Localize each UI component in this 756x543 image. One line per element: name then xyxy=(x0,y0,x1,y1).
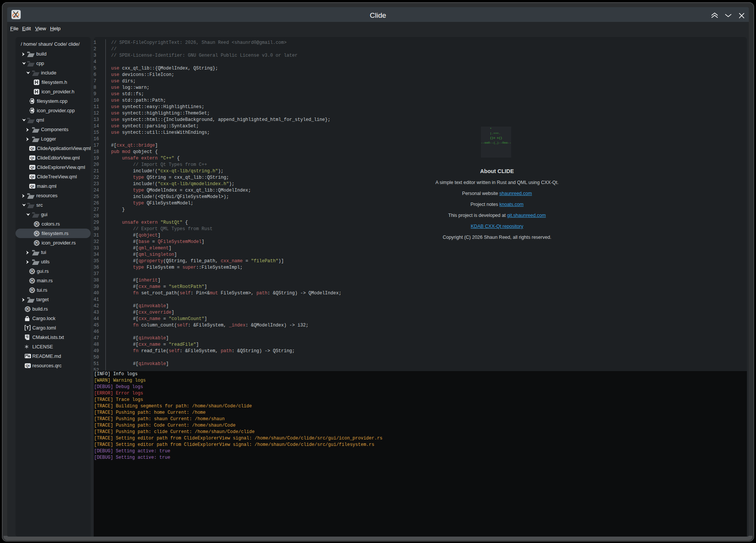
svg-text:R: R xyxy=(36,241,38,245)
svg-text:R: R xyxy=(36,231,38,235)
svg-text:R: R xyxy=(31,288,34,292)
svg-text:Qt: Qt xyxy=(30,156,34,160)
svg-text:Qt: Qt xyxy=(30,184,34,188)
svg-text:Qt: Qt xyxy=(30,165,34,169)
svg-text:Qt: Qt xyxy=(26,364,30,368)
svg-text:Qt: Qt xyxy=(30,175,34,179)
svg-text:R: R xyxy=(31,278,34,283)
svg-text:R: R xyxy=(36,222,38,226)
svg-text:R: R xyxy=(26,307,29,311)
svg-text:Qt: Qt xyxy=(30,146,34,150)
svg-text:R: R xyxy=(31,269,34,273)
